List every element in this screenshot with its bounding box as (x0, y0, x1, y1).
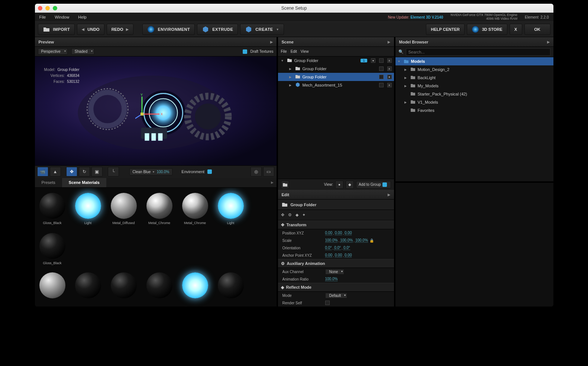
material-swatch[interactable]: Gloss_Black (39, 233, 66, 265)
badge-dropdown[interactable]: ▾ (371, 58, 375, 63)
update-link[interactable]: Element 3D V.2140 (410, 15, 443, 19)
material-swatch[interactable]: Metal_Chrome (146, 193, 173, 225)
disclosure-triangle-icon[interactable]: ▶ (404, 68, 408, 71)
menu-window[interactable]: Window (55, 15, 69, 19)
material-swatch[interactable] (146, 272, 173, 301)
orient-y[interactable]: 0.0° (334, 246, 341, 250)
select-tool[interactable]: ▲ (50, 167, 61, 176)
material-swatch[interactable]: Gloss_Black (39, 193, 66, 225)
visibility-toggle[interactable] (379, 58, 384, 63)
disclosure-triangle-icon[interactable]: ▶ (289, 84, 293, 87)
scene-tree-item[interactable]: ▶Group FolderX (278, 73, 394, 81)
undo-button[interactable]: ◀UNDO (77, 24, 104, 35)
material-swatch[interactable] (39, 272, 66, 301)
animation-ratio[interactable]: 100.0% (325, 277, 338, 281)
disclosure-triangle-icon[interactable]: ▶ (404, 101, 408, 104)
browser-tree-item[interactable]: Starter_Pack_Physical (42) (395, 90, 553, 98)
material-swatch[interactable]: Metal_Diffused (110, 193, 138, 225)
disclosure-triangle-icon[interactable]: ▶ (404, 76, 408, 80)
gear-icon[interactable]: ⚙ (288, 213, 292, 217)
orient-x[interactable]: 0.0° (325, 246, 332, 250)
create-button[interactable]: CREATE ▼ (240, 24, 284, 35)
scene-tree-item[interactable]: ▶Mech_Assortment_15X (278, 81, 394, 89)
x-button[interactable]: X (510, 24, 522, 35)
minimize-window-button[interactable] (45, 6, 50, 10)
zoom-window-button[interactable] (53, 6, 57, 10)
diamond-icon[interactable]: ◆ (295, 213, 298, 217)
new-folder-button[interactable] (281, 181, 289, 189)
scale-tool[interactable]: ▣ (91, 167, 103, 176)
tab-scene-materials[interactable]: Scene Materials (62, 178, 106, 187)
arrows-icon[interactable]: ✦ (302, 213, 306, 217)
chevron-right-icon[interactable]: ▶ (270, 40, 273, 44)
add-to-group-button[interactable]: Add to Group (356, 181, 391, 188)
delete-button[interactable]: X (387, 58, 392, 63)
position-x[interactable]: 0.00 (325, 231, 332, 235)
help-center-button[interactable]: HELP CENTER (426, 24, 464, 35)
move-tool[interactable]: ✥ (66, 167, 77, 176)
delete-button[interactable]: X (387, 83, 392, 87)
material-swatch[interactable] (217, 272, 245, 301)
menu-help[interactable]: Help (78, 15, 87, 19)
shade-mode-dropdown[interactable]: Shaded (71, 48, 94, 55)
focus-tool[interactable]: ◎ (251, 167, 262, 176)
visibility-toggle[interactable] (379, 67, 384, 71)
material-swatch[interactable]: Light (217, 193, 245, 225)
move-icon[interactable]: ✥ (281, 213, 284, 217)
visibility-toggle[interactable] (379, 75, 384, 79)
scale-x[interactable]: 100.0% (325, 238, 338, 243)
ok-button[interactable]: OK (524, 24, 550, 35)
transform-gizmo[interactable]: Y X Z (135, 94, 165, 123)
position-y[interactable]: 0.00 (335, 231, 342, 235)
close-window-button[interactable] (38, 6, 42, 10)
3d-viewport[interactable]: Model:Group Folder Vertices:436834 Faces… (35, 56, 277, 165)
scale-y[interactable]: 100.0% (340, 238, 353, 243)
chevron-right-icon[interactable]: ▶ (388, 40, 390, 44)
view-mode-dropdown[interactable]: Perspective (38, 48, 68, 55)
browser-tree-item[interactable]: ▶V1_Models (395, 98, 553, 106)
environment-preset-dropdown[interactable]: Clean Blue▾ 100.0% (129, 168, 173, 175)
render-self-checkbox[interactable] (325, 301, 330, 305)
extrude-button[interactable]: EXTRUDE (197, 24, 238, 35)
disclosure-triangle-icon[interactable]: ▶ (289, 75, 293, 79)
environment-checkbox[interactable] (207, 169, 212, 174)
redo-button[interactable]: REDO▶ (107, 24, 134, 35)
position-z[interactable]: 0.00 (345, 231, 352, 235)
scene-menu-view[interactable]: View (301, 49, 309, 54)
reflect-mode-dropdown[interactable]: Default (325, 293, 348, 298)
scene-menu-file[interactable]: File (281, 49, 287, 54)
rotate-tool[interactable]: ↻ (79, 167, 90, 176)
delete-button[interactable]: X (387, 67, 392, 71)
browser-tree-item[interactable]: Favorites (395, 106, 553, 114)
scale-z[interactable]: 100.0% (355, 238, 368, 243)
disclosure-triangle-icon[interactable]: ▼ (281, 59, 285, 62)
lock-icon[interactable]: 🔒 (369, 239, 374, 243)
axis-tool[interactable]: └ (108, 167, 119, 176)
view-cube-button[interactable]: ◆ (346, 181, 354, 189)
menu-file[interactable]: File (39, 15, 46, 19)
delete-button[interactable]: X (387, 75, 392, 79)
camera-tool[interactable]: 📹 (37, 167, 48, 176)
environment-button[interactable]: ENVIRONMENT (142, 24, 195, 35)
browser-tree-item[interactable]: ▶My_Models (395, 82, 553, 90)
disclosure-triangle-icon[interactable]: ▶ (404, 84, 408, 88)
group-badge[interactable]: 1 (361, 59, 367, 62)
chevron-right-icon[interactable]: ▶ (268, 178, 277, 187)
reflect-section-header[interactable]: ◆Reflect Mode (278, 283, 394, 292)
visibility-toggle[interactable] (379, 83, 384, 87)
view-sphere-button[interactable]: ● (335, 181, 343, 189)
frame-tool[interactable]: ▭ (263, 167, 274, 176)
scene-menu-edit[interactable]: Edit (291, 49, 297, 54)
anchor-x[interactable]: 0.00 (325, 253, 332, 258)
search-input[interactable] (406, 48, 550, 56)
anchor-z[interactable]: 0.00 (345, 253, 352, 258)
material-swatch[interactable]: Light (74, 193, 102, 225)
chevron-right-icon[interactable]: ▶ (388, 193, 390, 197)
scene-tree-item[interactable]: ▶Group FolderX (278, 65, 394, 73)
aux-section-header[interactable]: ⚙Auxiliary Animation (278, 259, 394, 268)
browser-tree-item[interactable]: ▶BackLight (395, 74, 553, 82)
transform-section-header[interactable]: ✥Transform (278, 220, 394, 229)
browser-root[interactable]: ▼ Models (395, 57, 553, 65)
3d-store-button[interactable]: 3D STORE (467, 24, 507, 35)
material-swatch[interactable] (74, 272, 102, 301)
